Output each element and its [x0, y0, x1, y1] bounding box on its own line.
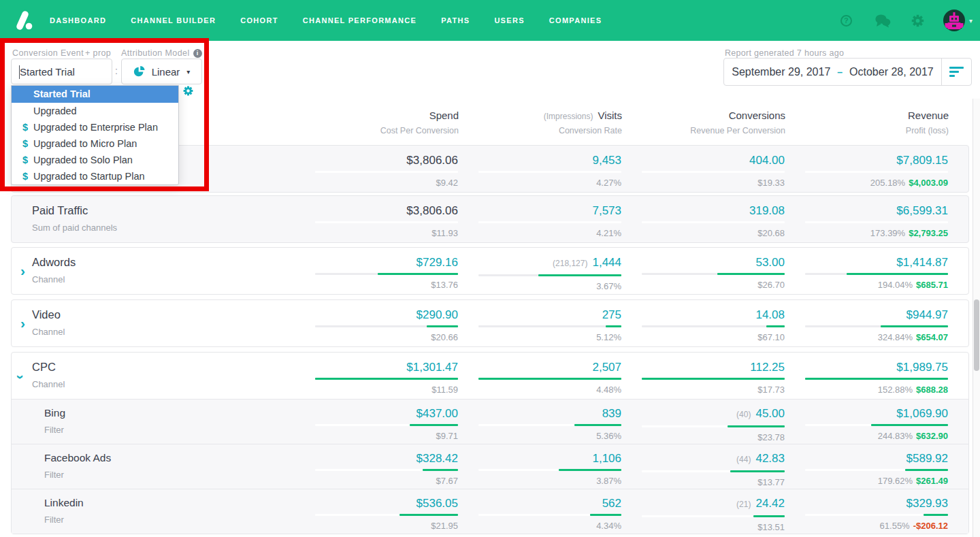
account-caret-icon[interactable]: ▾ [969, 17, 973, 25]
column-header-conversions[interactable]: Conversions Revenue Per Conversion [642, 102, 806, 143]
add-prop-link[interactable]: + prop [85, 48, 111, 58]
dropdown-option[interactable]: Upgraded [12, 103, 178, 119]
chat-icon[interactable] [875, 14, 891, 28]
nav-right-icons: ? [840, 0, 980, 41]
table-subrow: Facebook Ads Filter $328.42 $7.67 1,106 … [12, 444, 968, 489]
visits-cell: 1,106 3.87% [478, 444, 642, 489]
dollar-icon: $ [22, 168, 28, 184]
spend-value[interactable]: $437.00 [416, 407, 458, 420]
visits-value[interactable]: 1,106 [592, 452, 621, 465]
revenue-value[interactable]: $7,809.15 [896, 154, 948, 167]
nav-item-channel-performance[interactable]: CHANNEL PERFORMANCE [303, 16, 417, 25]
spend-cell: $1,301.47 $11.59 [315, 353, 478, 399]
nav-item-cohort[interactable]: COHORT [240, 16, 278, 25]
revenue-value[interactable]: $1,989.75 [896, 361, 948, 374]
nav-item-channel-builder[interactable]: CHANNEL BUILDER [131, 16, 216, 25]
conversions-cell: 53.00 $26.70 [642, 248, 805, 294]
visits-cell: 275 5.12% [478, 300, 642, 346]
attribution-logo-icon[interactable] [14, 9, 34, 32]
dropdown-option[interactable]: Started Trial [12, 86, 178, 103]
spend-value[interactable]: $729.16 [416, 256, 458, 269]
date-range-value[interactable]: September 29, 2017 – October 28, 2017 [724, 59, 941, 85]
revenue-cell: $1,989.75 152.88%$688.28 [805, 353, 968, 399]
visits-cell: 7,573 4.21% [478, 196, 642, 242]
chevron-down-icon[interactable]: › [14, 375, 28, 380]
user-avatar[interactable] [943, 10, 965, 31]
date-end: October 28, 2017 [849, 66, 934, 78]
spend-value[interactable]: $536.05 [416, 497, 458, 510]
date-separator: – [837, 67, 843, 78]
visits-value[interactable]: 275 [602, 308, 621, 321]
separator-colon: : [115, 65, 118, 76]
revenue-value[interactable]: $329.93 [906, 497, 948, 510]
revenue-cell: $329.93 61.55%-$206.12 [805, 489, 968, 534]
conversion-event-input[interactable] [12, 59, 112, 84]
row-title: Bing [44, 407, 315, 419]
spend-value[interactable]: $290.90 [416, 308, 458, 321]
table-settings-gear-icon[interactable] [183, 86, 193, 96]
row-title: CPC [32, 361, 315, 374]
conversions-value[interactable]: 319.08 [749, 204, 785, 217]
row-title: Video [32, 308, 315, 321]
conversions-value[interactable]: 14.08 [755, 308, 785, 321]
gear-icon[interactable] [911, 14, 924, 27]
chevron-right-icon[interactable]: › [20, 264, 25, 278]
spend-value[interactable]: $328.42 [416, 452, 458, 465]
visits-value[interactable]: 839 [602, 407, 621, 420]
row-subtitle: Channel [32, 327, 315, 337]
row-subtitle: Filter [44, 515, 315, 525]
dropdown-option[interactable]: $ Upgraded to Enterprise Plan [12, 119, 178, 135]
spend-value: $3,806.06 [406, 204, 458, 217]
conversions-value[interactable]: 24.42 [755, 497, 785, 510]
visits-value[interactable]: 2,507 [592, 361, 621, 374]
sort-descending-icon[interactable] [941, 59, 971, 85]
info-icon[interactable]: i [193, 49, 202, 58]
visits-cell: 562 4.34% [478, 489, 642, 534]
spend-value[interactable]: $1,301.47 [406, 361, 458, 374]
nav-item-paths[interactable]: PATHS [441, 16, 470, 25]
table-row-expanded: › CPC Channel $1,301.47 $11.59 2,507 4.4… [11, 352, 969, 534]
conversions-value[interactable]: 45.00 [755, 407, 785, 420]
dropdown-option[interactable]: $ Upgraded to Micro Plan [12, 135, 178, 152]
conversions-cell: 14.08 $67.10 [642, 300, 805, 346]
conversion-event-label: Conversion Event [12, 48, 84, 58]
table-row: Paid Traffic Sum of paid channels $3,806… [11, 195, 969, 243]
revenue-value[interactable]: $6,599.31 [896, 204, 948, 217]
visits-value[interactable]: 7,573 [592, 204, 621, 217]
column-header-revenue[interactable]: Revenue Profit (loss) [806, 102, 969, 143]
nav-item-companies[interactable]: COMPANIES [549, 16, 602, 25]
revenue-value[interactable]: $944.97 [906, 308, 948, 321]
nav-item-dashboard[interactable]: DASHBOARD [50, 16, 106, 25]
conversion-event-dropdown: Started Trial Upgraded $ Upgraded to Ent… [11, 85, 179, 185]
dollar-icon: $ [22, 135, 28, 152]
visits-value[interactable]: 1,444 [592, 256, 621, 269]
nav-item-users[interactable]: USERS [494, 16, 524, 25]
conversions-value[interactable]: 42.83 [755, 452, 785, 465]
revenue-value[interactable]: $589.92 [906, 452, 948, 465]
revenue-cell: $1,069.90 244.83%$632.90 [805, 400, 968, 444]
scrollbar-thumb[interactable] [974, 299, 979, 371]
column-header-visits[interactable]: (Impressions)Visits Conversion Rate [479, 102, 642, 143]
vertical-scrollbar[interactable] [973, 99, 980, 537]
revenue-value[interactable]: $1,069.90 [896, 407, 948, 420]
spend-value: $3,806.06 [406, 154, 458, 167]
dropdown-option[interactable]: $ Upgraded to Startup Plan [12, 168, 178, 184]
chevron-right-icon[interactable]: › [20, 316, 25, 330]
table-row: › Video Channel $290.90 $20.66 275 5.12%… [11, 299, 969, 347]
column-header-spend[interactable]: Spend Cost Per Conversion [316, 102, 479, 143]
visits-value[interactable]: 9,453 [592, 154, 621, 167]
conversion-event-select[interactable] [11, 59, 112, 84]
attribution-model-select[interactable]: Linear ▾ [121, 59, 202, 84]
conversions-value[interactable]: 53.00 [755, 256, 785, 269]
conversions-value[interactable]: 112.25 [750, 361, 785, 374]
date-range-picker[interactable]: September 29, 2017 – October 28, 2017 [723, 58, 972, 86]
conversions-cell: 112.25 $17.73 [642, 353, 805, 399]
table-row: › Adwords Channel $729.16 $13.76 (218,12… [11, 247, 969, 295]
dropdown-option[interactable]: $ Upgraded to Solo Plan [12, 152, 178, 168]
help-icon[interactable]: ? [840, 15, 852, 27]
conversions-value[interactable]: 404.00 [749, 154, 785, 167]
row-subtitle: Sum of paid channels [32, 223, 315, 233]
revenue-value[interactable]: $1,414.87 [896, 256, 948, 269]
row-subtitle: Filter [44, 425, 315, 435]
visits-value[interactable]: 562 [602, 497, 621, 510]
